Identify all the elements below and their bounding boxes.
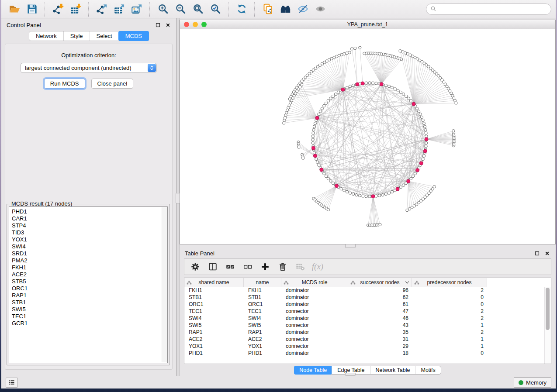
- delete-column-trash-button[interactable]: [276, 260, 290, 274]
- open-file-button[interactable]: [6, 2, 23, 17]
- export-network-button[interactable]: [93, 2, 111, 17]
- first-neighbors-button[interactable]: [277, 2, 294, 17]
- cell-successor-nodes[interactable]: 29: [348, 343, 412, 350]
- table-row[interactable]: SWI5SWI5connector431: [184, 322, 545, 329]
- column-header-name[interactable]: name: [244, 278, 281, 287]
- close-table-panel-button[interactable]: [544, 250, 550, 257]
- export-image-button[interactable]: [128, 2, 145, 17]
- mcds-result-item[interactable]: STP4: [9, 222, 167, 229]
- cell-name[interactable]: TEC1: [244, 308, 281, 315]
- cell-name[interactable]: SWI5: [244, 322, 281, 329]
- mcds-result-item[interactable]: SRD1: [9, 250, 167, 257]
- cell-shared-name[interactable]: ORC1: [184, 301, 244, 308]
- network-graph[interactable]: [180, 29, 556, 243]
- cell-predecessor-nodes[interactable]: 2: [412, 308, 487, 315]
- cell-name[interactable]: STB1: [244, 294, 281, 301]
- mcds-result-item[interactable]: YOX1: [9, 236, 167, 243]
- show-all-button[interactable]: [311, 2, 329, 17]
- mcds-result-item[interactable]: TID3: [9, 229, 167, 236]
- mcds-result-item[interactable]: TEC1: [9, 313, 167, 320]
- cell-mcds-role[interactable]: connector: [281, 336, 348, 343]
- window-close-button[interactable]: [184, 22, 189, 27]
- cell-predecessor-nodes[interactable]: 0: [412, 301, 487, 308]
- cell-successor-nodes[interactable]: 31: [348, 336, 412, 343]
- cell-predecessor-nodes[interactable]: 2: [412, 315, 487, 322]
- tab-node-table[interactable]: Node Table: [294, 366, 332, 375]
- hide-selected-button[interactable]: [294, 2, 311, 17]
- table-row[interactable]: RAP1RAP1dominator352: [184, 329, 545, 336]
- tab-style[interactable]: Style: [63, 31, 90, 41]
- create-column-plus-button[interactable]: [258, 260, 272, 274]
- cell-name[interactable]: ACE2: [244, 336, 281, 343]
- cell-successor-nodes[interactable]: 62: [348, 294, 412, 301]
- bottom-splitter-grip[interactable]: [345, 373, 356, 376]
- tab-select[interactable]: Select: [90, 31, 119, 41]
- zoom-fit-button[interactable]: [189, 2, 207, 17]
- column-header-shared-name[interactable]: shared name: [184, 278, 244, 287]
- memory-button[interactable]: Memory: [514, 377, 551, 388]
- search-box[interactable]: [426, 3, 551, 15]
- cell-successor-nodes[interactable]: 18: [348, 350, 412, 357]
- cell-shared-name[interactable]: RAP1: [184, 329, 244, 336]
- cell-mcds-role[interactable]: connector: [281, 308, 348, 315]
- column-settings-gear-button[interactable]: [188, 260, 202, 274]
- import-network-button[interactable]: [49, 2, 67, 17]
- table-row[interactable]: SWI4SWI4dominator462: [184, 315, 545, 322]
- refresh-view-button[interactable]: [233, 2, 250, 17]
- window-minimize-button[interactable]: [193, 22, 198, 27]
- mcds-result-item[interactable]: STB1: [9, 299, 167, 306]
- mcds-result-item[interactable]: SWI4: [9, 243, 167, 250]
- criterion-select[interactable]: largest connected component (undirected): [21, 63, 157, 73]
- cell-name[interactable]: SWI4: [244, 315, 281, 322]
- mcds-result-list[interactable]: PHD1CAR1STP4TID3YOX1SWI4SRD1PMA2FKH1ACE2…: [9, 206, 168, 363]
- mcds-result-item[interactable]: GCR1: [9, 320, 167, 327]
- zoom-out-button[interactable]: [172, 2, 189, 17]
- cell-shared-name[interactable]: STB1: [184, 294, 244, 301]
- cell-shared-name[interactable]: SWI4: [184, 315, 244, 322]
- mcds-result-item[interactable]: PHD1: [9, 208, 167, 215]
- cell-successor-nodes[interactable]: 46: [348, 315, 412, 322]
- cell-shared-name[interactable]: YOX1: [184, 343, 244, 350]
- table-scrollbar-thumb[interactable]: [546, 288, 550, 330]
- cell-name[interactable]: YOX1: [244, 343, 281, 350]
- table-row[interactable]: STB1STB1dominator620: [184, 294, 545, 301]
- cell-successor-nodes[interactable]: 47: [348, 308, 412, 315]
- column-header-MCDS-role[interactable]: MCDS role: [281, 278, 348, 287]
- export-table-button[interactable]: [111, 2, 128, 17]
- show-columns-button[interactable]: [206, 260, 220, 274]
- close-mcds-panel-button[interactable]: Close panel: [91, 79, 134, 89]
- cell-mcds-role[interactable]: connector: [281, 322, 348, 329]
- table-row[interactable]: TEC1TEC1connector472: [184, 308, 545, 315]
- cell-predecessor-nodes[interactable]: 2: [412, 329, 487, 336]
- mcds-result-item[interactable]: CAR1: [9, 215, 167, 222]
- float-table-panel-button[interactable]: [534, 250, 540, 257]
- cell-mcds-role[interactable]: dominator: [281, 301, 348, 308]
- tab-network-table[interactable]: Network Table: [370, 366, 415, 374]
- close-panel-button[interactable]: [165, 22, 171, 28]
- tab-mcds[interactable]: MCDS: [118, 31, 149, 41]
- mcds-result-item[interactable]: RAP1: [9, 292, 167, 299]
- cell-mcds-role[interactable]: connector: [281, 343, 348, 350]
- vertical-splitter[interactable]: [176, 18, 180, 376]
- function-builder-fx-button[interactable]: f(x): [311, 260, 325, 274]
- cell-mcds-role[interactable]: dominator: [281, 315, 348, 322]
- cell-successor-nodes[interactable]: 96: [348, 287, 412, 294]
- mcds-result-item[interactable]: FKH1: [9, 264, 167, 271]
- column-header-predecessor-nodes[interactable]: predecessor nodes: [412, 278, 487, 287]
- run-mcds-button[interactable]: Run MCDS: [44, 79, 85, 89]
- zoom-in-button[interactable]: [154, 2, 172, 17]
- cell-name[interactable]: RAP1: [244, 329, 281, 336]
- cell-predecessor-nodes[interactable]: 1: [412, 343, 487, 350]
- mcds-result-item[interactable]: PMA2: [9, 257, 167, 264]
- window-zoom-button[interactable]: [201, 22, 207, 27]
- cell-successor-nodes[interactable]: 35: [348, 329, 412, 336]
- table-row[interactable]: PHD1PHD1dominator180: [184, 350, 545, 357]
- table-row[interactable]: YOX1YOX1connector291: [184, 343, 545, 350]
- cell-mcds-role[interactable]: dominator: [281, 287, 348, 294]
- cell-predecessor-nodes[interactable]: 1: [412, 336, 487, 343]
- cell-successor-nodes[interactable]: 61: [348, 301, 412, 308]
- network-canvas[interactable]: [180, 29, 556, 244]
- cell-predecessor-nodes[interactable]: 1: [412, 322, 487, 329]
- cell-name[interactable]: FKH1: [244, 287, 281, 294]
- import-table-button[interactable]: [67, 2, 84, 17]
